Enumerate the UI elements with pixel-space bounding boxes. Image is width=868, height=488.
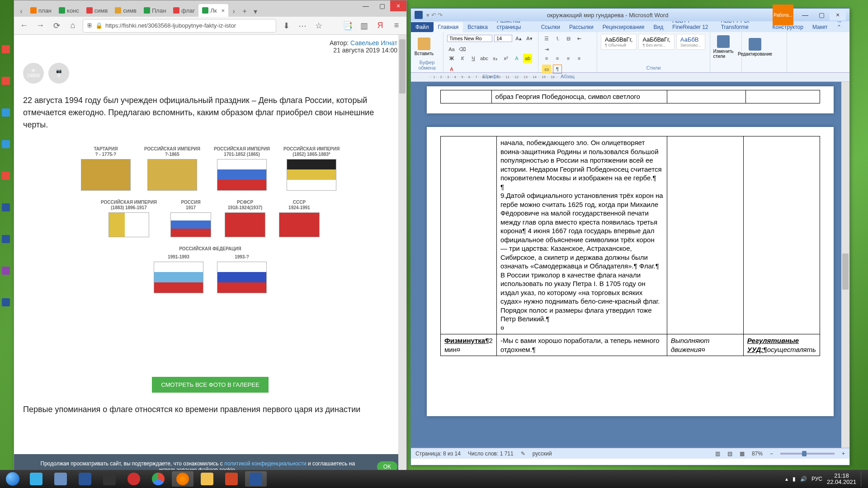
desktop-shortcut[interactable] (1, 77, 11, 95)
browser-tab-active[interactable]: Лк× (198, 4, 228, 17)
desktop-shortcut[interactable] (1, 298, 11, 316)
ribbon-tab-home[interactable]: Главная (434, 22, 463, 32)
document-area[interactable]: образ Георгия Победоносца, символ светло… (411, 82, 849, 448)
font-size-select[interactable]: 14 (494, 35, 512, 42)
superscript-button[interactable]: x² (501, 54, 510, 63)
taskbar-powerpoint[interactable] (221, 471, 242, 487)
change-case-icon[interactable]: Aa (447, 45, 456, 54)
browser-tab[interactable]: конс (55, 4, 83, 17)
ribbon-tab-file[interactable]: Файл (411, 22, 434, 32)
paste-button[interactable]: Вставить (415, 34, 434, 60)
tray-arrow-icon[interactable]: ▴ (785, 476, 788, 482)
maximize-button[interactable]: ▢ (813, 9, 830, 20)
word-count[interactable]: Число слов: 1 711 (468, 450, 514, 457)
browser-tab[interactable]: симв (83, 4, 112, 17)
forward-button[interactable]: → (34, 19, 47, 32)
font-color-button[interactable]: A (447, 65, 456, 74)
app-menu-button[interactable]: ≡ (390, 19, 403, 32)
align-center-button[interactable]: ≡ (553, 54, 562, 63)
bookmark-button[interactable]: ⬇ (280, 19, 292, 32)
subscript-button[interactable]: x₂ (491, 54, 500, 63)
new-tab-button[interactable]: + (239, 6, 250, 17)
zoom-level[interactable]: 87% (752, 450, 763, 457)
tab-prev[interactable]: ‹ (16, 6, 27, 17)
browser-tab[interactable]: симв (111, 4, 140, 17)
indent-inc-button[interactable]: ⇥ (542, 45, 551, 54)
ribbon-tab-insert[interactable]: Вставка (463, 22, 492, 32)
menu-button[interactable]: ⋯ (296, 19, 309, 32)
zoom-out-button[interactable]: − (770, 450, 773, 457)
tray-volume-icon[interactable]: 🔊 (800, 476, 807, 482)
tab-next[interactable]: › (228, 6, 239, 17)
align-left-button[interactable]: ≡ (542, 54, 551, 63)
ribbon-tab-table-layout[interactable]: Макет (808, 22, 832, 32)
minimize-button[interactable]: — (358, 0, 374, 11)
language-indicator[interactable]: русский (533, 450, 552, 457)
align-right-button[interactable]: ≡ (564, 54, 573, 63)
bullets-button[interactable]: ☰ (542, 34, 551, 43)
ribbon-tab-view[interactable]: Вид (649, 22, 668, 32)
address-bar[interactable]: ⛨ 🔒 https://fishki.net/3063568-ljubopytn… (83, 19, 276, 33)
taskbar-media[interactable] (74, 471, 96, 487)
close-button[interactable]: × (830, 9, 846, 20)
page-indicator[interactable]: Страница: 8 из 14 (415, 450, 461, 457)
privacy-link[interactable]: политикой конфиденциальности (224, 460, 306, 467)
taskbar-app[interactable] (99, 471, 120, 487)
browser-tab[interactable]: флаг (170, 4, 198, 17)
taskbar-firefox[interactable] (172, 471, 193, 487)
ribbon-tab-mailings[interactable]: Рассылки (565, 22, 598, 32)
justify-button[interactable]: ≡ (575, 54, 584, 63)
clock[interactable]: 21:18 22.04.2021 (827, 473, 856, 486)
ribbon-tab-review[interactable]: Рецензирование (598, 22, 649, 32)
taskbar-folder[interactable] (196, 471, 218, 487)
tray-lang[interactable]: РУС (811, 476, 822, 482)
browser-tab[interactable]: план (27, 4, 55, 17)
ribbon-tab-references[interactable]: Ссылки (537, 22, 565, 32)
strike-button[interactable]: abc (480, 54, 489, 63)
show-desktop-button[interactable] (861, 471, 865, 487)
highlight-button[interactable]: ab (523, 54, 532, 63)
scrollbar[interactable] (398, 35, 406, 479)
tab-menu[interactable]: ▾ (250, 6, 261, 17)
multilevel-button[interactable]: ⊟ (564, 34, 573, 43)
desktop-shortcut[interactable] (1, 45, 11, 63)
taskbar-explorer[interactable] (50, 471, 71, 487)
show-marks-button[interactable]: ¶ (553, 65, 562, 74)
desktop-shortcut[interactable] (1, 267, 11, 285)
scrollbar[interactable] (841, 82, 849, 448)
style-nospace[interactable]: АаБбВвГг,¶ Без инте... (638, 34, 674, 50)
grow-font-icon[interactable]: A▴ (514, 34, 523, 43)
reload-button[interactable]: ⟳ (50, 19, 63, 32)
start-button[interactable] (3, 471, 23, 487)
numbering-button[interactable]: ⒈ (553, 34, 562, 43)
minimize-button[interactable]: — (797, 9, 813, 20)
text-effect-icon[interactable]: A (512, 54, 521, 63)
desktop-shortcut[interactable] (1, 108, 11, 127)
browser-tab[interactable]: План (140, 4, 170, 17)
font-name-select[interactable]: Times New Ro (447, 35, 492, 42)
shading-button[interactable]: ▭ (542, 65, 551, 74)
home-button[interactable]: ⌂ (66, 19, 79, 32)
desktop-shortcut[interactable] (1, 235, 11, 253)
indent-dec-button[interactable]: ⇤ (575, 34, 584, 43)
style-normal[interactable]: АаБбВвГг,¶ Обычный (601, 34, 637, 50)
desktop-shortcut[interactable] (1, 172, 11, 190)
desktop-shortcut[interactable] (1, 203, 11, 221)
sidebar-button[interactable]: ▥ (358, 19, 370, 32)
view-gallery-button[interactable]: СМОТРЕТЬ ВСЕ ФОТО В ГАЛЕРЕЕ (152, 377, 268, 393)
find-button[interactable]: Редактирование (745, 34, 764, 60)
italic-button[interactable]: К (458, 54, 467, 63)
taskbar-power[interactable] (123, 471, 145, 487)
close-tab-icon[interactable]: × (222, 7, 225, 14)
clear-format-icon[interactable]: ⌫ (458, 45, 467, 54)
taskbar-word[interactable] (245, 471, 267, 487)
maximize-button[interactable]: ▢ (374, 0, 390, 11)
taskbar-chrome[interactable] (147, 471, 169, 487)
library-button[interactable]: 📑 (341, 19, 354, 32)
back-button[interactable]: ← (18, 19, 30, 32)
bold-button[interactable]: Ж (447, 54, 456, 63)
view-web-icon[interactable]: ▦ (740, 450, 745, 457)
zoom-slider[interactable] (780, 453, 835, 455)
view-print-icon[interactable]: ▥ (715, 450, 720, 457)
zoom-in-button[interactable]: + (842, 450, 845, 457)
